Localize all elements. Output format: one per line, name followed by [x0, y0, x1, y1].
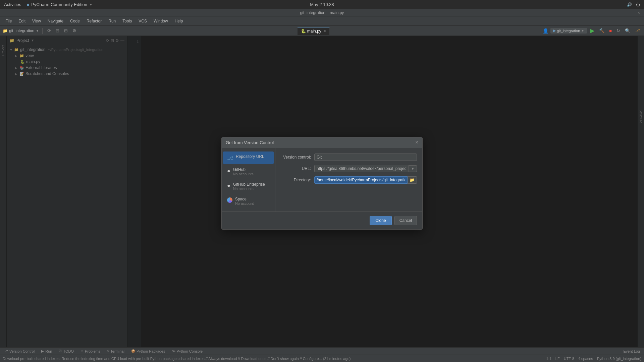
directory-browse-button[interactable]: 📁 [408, 176, 417, 184]
event-log-label: Event Log [623, 349, 640, 353]
url-input[interactable] [314, 165, 409, 172]
project-name-toolbar: git_integration [9, 28, 34, 33]
github-sub: No accounts [233, 172, 254, 176]
python-console-tab-label: Python Console [177, 349, 203, 353]
version-control-select[interactable]: GitMercurialSubversion [314, 154, 417, 161]
space-label: Space [235, 197, 254, 201]
todo-icon: ☑ [59, 349, 62, 353]
cursor-position[interactable]: 1:1 [546, 357, 551, 361]
menu-file[interactable]: File [3, 18, 14, 24]
menu-vcs[interactable]: VCS [136, 18, 150, 24]
tab-close-icon[interactable]: × [324, 29, 326, 33]
terminal-icon: > [107, 349, 109, 353]
indent-info[interactable]: 4 spaces [578, 357, 593, 361]
python-version[interactable]: Python 3.9 (git_integration) [597, 357, 641, 361]
space-icon [227, 197, 232, 203]
url-dropdown-button[interactable]: ▼ [409, 165, 417, 172]
user-icon[interactable]: 👤 [543, 28, 548, 34]
menu-run[interactable]: Run [106, 18, 118, 24]
menu-code[interactable]: Code [67, 18, 83, 24]
dialog-sidebar-repository-url[interactable]: ⎇ Repository URL [223, 152, 274, 164]
search-icon[interactable]: 🔍 [624, 27, 632, 34]
space-sub: No account [235, 201, 254, 205]
toolbar: 📁 git_integration ▼ ⟳ ⊟ ⊞ ⚙ — 🐍 main.py … [0, 26, 644, 36]
menu-refactor[interactable]: Refactor [84, 18, 104, 24]
problems-icon: ⚠ [80, 349, 84, 353]
toolbar-sep-1 [42, 28, 43, 34]
dialog-close-button[interactable]: × [415, 139, 418, 145]
dialog-footer: Clone Cancel [222, 212, 422, 229]
menu-bar: File Edit View Navigate Code Refactor Ru… [0, 16, 644, 26]
python-packages-tab-label: Python Packages [137, 349, 165, 353]
expand-all-icon[interactable]: ⊞ [63, 27, 69, 34]
bottom-tab-event-log[interactable]: Event Log [622, 349, 641, 354]
directory-label: Directory: [281, 178, 311, 182]
run-button[interactable]: ▶ [589, 27, 596, 35]
directory-input[interactable] [314, 176, 408, 184]
dialog-sidebar-github-enterprise[interactable]: ● GitHub Enterprise No accounts [223, 179, 274, 193]
bottom-tab-version-control[interactable]: ⎇ Version Control [3, 349, 36, 354]
status-right: 1:1 LF UTF-8 4 spaces Python 3.9 (git_in… [546, 357, 641, 361]
bottom-tab-python-packages[interactable]: 📦 Python Packages [130, 349, 167, 354]
dialog-form: Version control: GitMercurialSubversion … [275, 148, 422, 212]
dialog-sidebar-github[interactable]: ● GitHub No accounts [223, 165, 274, 179]
menu-navigate[interactable]: Navigate [45, 18, 66, 24]
clone-button[interactable]: Clone [370, 216, 391, 225]
bottom-tab-problems[interactable]: ⚠ Problems [79, 349, 102, 354]
stop-icon[interactable]: ■ [608, 27, 613, 34]
power-icon[interactable]: ⏻ [636, 2, 640, 7]
directory-row: Directory: 📁 [281, 176, 417, 184]
github-enterprise-icon: ● [227, 183, 230, 189]
build-icon[interactable]: 🔨 [598, 27, 606, 34]
editor-tab-main-py[interactable]: 🐍 main.py × [298, 27, 330, 35]
settings-icon[interactable]: ⚙ [71, 27, 78, 34]
vcs-icon: ⎇ [227, 155, 233, 161]
menu-help[interactable]: Help [172, 18, 186, 24]
sync-icon[interactable]: ⟳ [46, 27, 52, 34]
repo-url-label: Repository URL [236, 154, 264, 159]
bottom-tab-python-console[interactable]: ≫ Python Console [171, 349, 204, 354]
menu-tools[interactable]: Tools [120, 18, 135, 24]
version-control-tab-label: Version Control [9, 349, 35, 353]
problems-tab-label: Problems [85, 349, 100, 353]
bottom-tab-todo[interactable]: ☑ TODO [57, 349, 75, 354]
dialog-title: Get from Version Control [226, 140, 274, 145]
version-control-field[interactable]: GitMercurialSubversion [314, 154, 417, 161]
url-row: URL: ▼ [281, 165, 417, 172]
app-name[interactable]: ■ PyCharm Community Edition ▼ [26, 2, 93, 7]
run-config[interactable]: ▶ git_integration ▼ [550, 28, 587, 34]
volume-icon[interactable]: 🔊 [627, 2, 632, 7]
github-icon: ● [227, 168, 230, 174]
project-selector[interactable]: 📁 git_integration ▼ [3, 28, 39, 33]
dialog-body: ⎇ Repository URL ● GitHub No accounts [222, 148, 422, 212]
window-title: git_integration – main.py [300, 10, 344, 15]
collapse-all-icon[interactable]: ⊟ [54, 27, 61, 34]
get-from-vcs-dialog: Get from Version Control × ⎇ Repository … [221, 137, 423, 230]
version-control-row: Version control: GitMercurialSubversion [281, 154, 417, 161]
git-icon[interactable]: ⎇ [634, 27, 641, 34]
menu-view[interactable]: View [30, 18, 44, 24]
encoding[interactable]: UTF-8 [564, 357, 574, 361]
title-bar: git_integration – main.py × [0, 9, 644, 16]
bottom-tabs-bar: ⎇ Version Control ▶ Run ☑ TODO ⚠ Problem… [0, 347, 644, 355]
github-enterprise-sub: No accounts [233, 187, 265, 191]
activities-label[interactable]: Activities [4, 2, 21, 7]
line-ending[interactable]: LF [555, 357, 560, 361]
run-tab-label: Run [45, 349, 52, 353]
dialog-title-bar: Get from Version Control × [222, 137, 422, 148]
dialog-sidebar: ⎇ Repository URL ● GitHub No accounts [222, 148, 275, 212]
bottom-tab-run[interactable]: ▶ Run [40, 349, 53, 354]
bottom-tab-terminal[interactable]: > Terminal [106, 349, 125, 354]
menu-window[interactable]: Window [151, 18, 171, 24]
status-bar: Download pre-built shared indexes: Reduc… [0, 355, 644, 362]
system-bar: Activities ■ PyCharm Community Edition ▼… [0, 0, 644, 9]
menu-edit[interactable]: Edit [16, 18, 28, 24]
dialog-sidebar-space[interactable]: Space No account [223, 194, 274, 208]
close-panel-icon[interactable]: — [80, 27, 87, 34]
terminal-tab-label: Terminal [110, 349, 124, 353]
url-field: ▼ [314, 165, 417, 172]
window-close-icon[interactable]: × [638, 10, 640, 15]
version-control-label: Version control: [281, 155, 311, 160]
rerun-icon[interactable]: ↻ [615, 27, 622, 34]
cancel-button[interactable]: Cancel [394, 216, 417, 225]
